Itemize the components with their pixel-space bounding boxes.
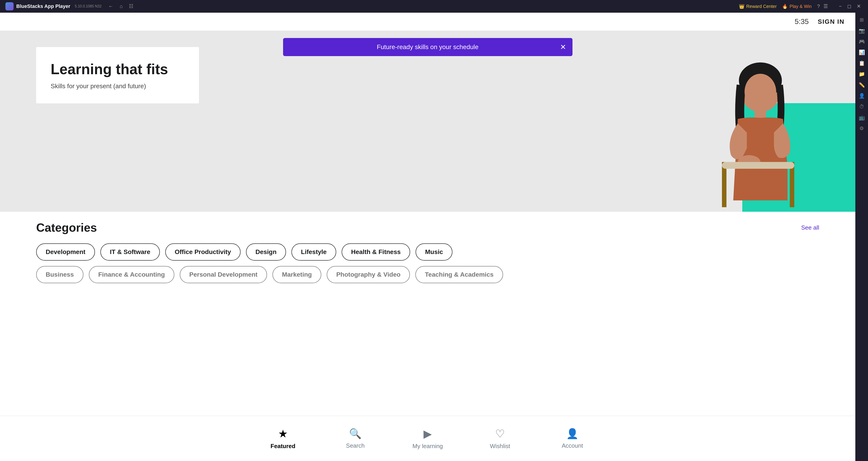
nav-item-my-learning[interactable]: ▶ My learning <box>392 423 464 454</box>
svg-point-2 <box>745 74 776 110</box>
reward-center-label: Reward Center <box>746 4 777 9</box>
hero-title: Learning that fits <box>51 61 185 78</box>
menu-icon[interactable]: ☰ <box>824 3 828 9</box>
titlebar-right: 👑 Reward Center 🔥 Play & Win ? ☰ − ◻ ✕ <box>739 2 863 10</box>
wishlist-label: Wishlist <box>490 443 510 450</box>
category-pill-music[interactable]: Music <box>415 243 453 260</box>
sidebar-icon-1[interactable]: ⊞ <box>857 16 866 24</box>
minimize-button[interactable]: − <box>837 2 844 10</box>
reward-center-button[interactable]: 👑 Reward Center <box>739 4 777 9</box>
categories-header: Categories See all <box>36 221 819 234</box>
promo-close-button[interactable]: ✕ <box>560 43 566 51</box>
categories-title: Categories <box>36 221 97 234</box>
titlebar: BlueStacks App Player 5.10.0.1085 N32 ← … <box>0 0 868 13</box>
hero-card: Learning that fits Skills for your prese… <box>36 47 199 103</box>
sidebar-icon-10[interactable]: 📺 <box>857 113 866 122</box>
titlebar-utility-icons: ? ☰ <box>817 3 828 9</box>
sign-in-button[interactable]: SIGN IN <box>818 18 844 25</box>
nav-item-account[interactable]: 👤 Account <box>536 423 609 454</box>
app-container: 5:35 SIGN IN Future-ready skills on your… <box>0 13 855 461</box>
help-icon[interactable]: ? <box>817 3 820 9</box>
sidebar-icon-9[interactable]: ⏱ <box>857 102 866 111</box>
play-win-button[interactable]: 🔥 Play & Win <box>782 4 812 9</box>
promo-banner-text: Future-ready skills on your schedule <box>377 43 479 51</box>
category-pill-design[interactable]: Design <box>246 243 286 260</box>
hero-person-area <box>652 31 855 212</box>
category-pill-lifestyle[interactable]: Lifestyle <box>291 243 336 260</box>
sidebar-icon-6[interactable]: 📁 <box>857 70 866 79</box>
search-label: Search <box>346 442 365 449</box>
history-button[interactable]: ☷ <box>127 2 135 11</box>
fire-icon: 🔥 <box>782 4 788 9</box>
bottom-nav: ★ Featured 🔍 Search ▶ My learning ♡ Wish… <box>0 416 855 461</box>
nav-item-featured[interactable]: ★ Featured <box>247 423 319 454</box>
account-label: Account <box>562 442 583 449</box>
app-version: 5.10.0.1085 N32 <box>75 4 101 8</box>
category-pill-it-software[interactable]: IT & Software <box>100 243 160 260</box>
app-icon <box>5 2 13 10</box>
app-name: BlueStacks App Player <box>16 3 70 9</box>
categories-section: Categories See all Development IT & Soft… <box>0 212 855 292</box>
titlebar-nav: ← ⌂ ☷ <box>107 2 135 11</box>
svg-rect-7 <box>722 162 794 169</box>
category-pill-health-fitness[interactable]: Health & Fitness <box>342 243 410 260</box>
sidebar-icon-4[interactable]: 📊 <box>857 48 866 57</box>
sidebar-icon-5[interactable]: 📋 <box>857 59 866 68</box>
crown-icon: 👑 <box>739 4 745 9</box>
search-icon: 🔍 <box>349 428 362 439</box>
time-display: 5:35 <box>795 18 809 26</box>
category-pill-teaching[interactable]: Teaching & Academics <box>415 266 503 283</box>
hero-person-illustration <box>702 53 819 212</box>
category-pill-finance[interactable]: Finance & Accounting <box>89 266 175 283</box>
window-controls: − ◻ ✕ <box>837 2 863 10</box>
close-button[interactable]: ✕ <box>855 2 863 10</box>
sidebar-icon-2[interactable]: 📷 <box>857 26 866 35</box>
home-button[interactable]: ⌂ <box>118 2 124 11</box>
hero-subtitle: Skills for your present (and future) <box>51 83 185 90</box>
sidebar-icon-8[interactable]: 👤 <box>857 91 866 100</box>
app-logo: BlueStacks App Player 5.10.0.1085 N32 <box>5 2 101 10</box>
my-learning-label: My learning <box>412 443 443 450</box>
account-icon: 👤 <box>566 428 579 439</box>
featured-label: Featured <box>271 443 296 450</box>
categories-row-1: Development IT & Software Office Product… <box>36 243 819 260</box>
sidebar-icon-3[interactable]: 🎮 <box>857 37 866 46</box>
maximize-button[interactable]: ◻ <box>845 2 853 10</box>
category-pill-development[interactable]: Development <box>36 243 95 260</box>
right-sidebar: ⊞ 📷 🎮 📊 📋 📁 ✏️ 👤 ⏱ 📺 ⚙ <box>855 13 868 461</box>
sidebar-icon-7[interactable]: ✏️ <box>857 81 866 90</box>
category-pill-office-productivity[interactable]: Office Productivity <box>165 243 241 260</box>
app-topbar: 5:35 SIGN IN <box>0 13 855 31</box>
sidebar-settings-icon[interactable]: ⚙ <box>857 124 866 133</box>
category-pill-photography[interactable]: Photography & Video <box>327 266 410 283</box>
see-all-link[interactable]: See all <box>801 224 819 231</box>
categories-row-2: Business Finance & Accounting Personal D… <box>36 266 819 283</box>
nav-item-wishlist[interactable]: ♡ Wishlist <box>464 423 536 454</box>
hero-section: Learning that fits Skills for your prese… <box>0 31 855 212</box>
promo-banner: Future-ready skills on your schedule ✕ <box>283 38 572 56</box>
category-pill-marketing[interactable]: Marketing <box>273 266 321 283</box>
category-pill-business[interactable]: Business <box>36 266 84 283</box>
category-pill-personal-dev[interactable]: Personal Development <box>180 266 267 283</box>
my-learning-icon: ▶ <box>424 427 432 440</box>
wishlist-icon: ♡ <box>495 427 505 440</box>
featured-icon: ★ <box>278 427 288 440</box>
nav-item-search[interactable]: 🔍 Search <box>319 423 392 454</box>
back-button[interactable]: ← <box>107 2 115 11</box>
play-win-label: Play & Win <box>789 4 812 9</box>
